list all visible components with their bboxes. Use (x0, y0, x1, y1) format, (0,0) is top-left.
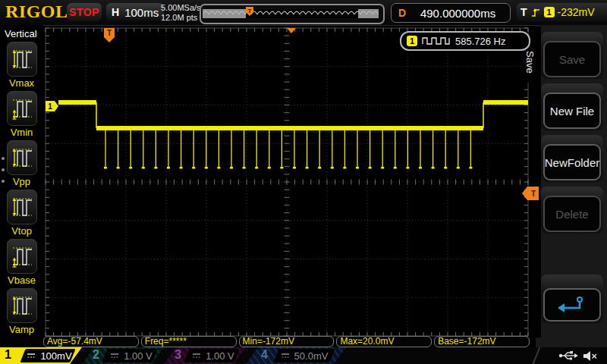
channel-scale: 1.00 V (124, 350, 153, 362)
frequency-counter: 1 585.726 Hz (400, 31, 530, 51)
back-button[interactable] (543, 288, 601, 322)
dc-coupling-icon (192, 353, 201, 359)
vbase-icon (7, 239, 37, 274)
channel-4-tab[interactable]: 4 50.0mV (246, 347, 346, 364)
svg-text:T: T (248, 8, 252, 14)
sidebar-item-label: Vbase (0, 274, 43, 287)
menu-slot: Save (541, 32, 603, 79)
counter-value: 585.726 Hz (455, 36, 506, 47)
new-folder-button[interactable]: NewFolder (543, 144, 601, 180)
vmin-icon (7, 91, 37, 126)
memory-position-bar[interactable]: T (200, 4, 385, 24)
channel-number: 4 (261, 348, 268, 362)
channel-2-tab[interactable]: 2 1.00 V (82, 347, 164, 364)
rigol-logo: RIGOL (5, 2, 68, 22)
trigger-label: T (521, 6, 527, 18)
memory-waveform-preview: T (203, 7, 379, 18)
measurement-readouts: Avg=-57.4mV Freq=***** Min=-172mV Max=20… (43, 336, 530, 347)
return-arrow-icon (557, 295, 587, 315)
memory-depth: 12.0M pts (161, 13, 201, 23)
save-button[interactable]: Save (543, 41, 601, 77)
timebase-readout: H 100ms (106, 3, 164, 21)
channel-number: 3 (175, 348, 181, 362)
vmax-icon (7, 42, 37, 77)
sidebar-item-vbase[interactable]: Vbase (0, 239, 43, 288)
channel-1-tab[interactable]: 1 100mV (0, 347, 82, 364)
sidebar-item-label: Vpp (0, 175, 43, 188)
dc-coupling-icon (27, 353, 36, 359)
menu-slot: Delete (541, 187, 603, 234)
trigger-readout: T 1 -232mV (517, 3, 607, 21)
measurement-max: Max=20.0mV (336, 336, 432, 347)
rising-edge-icon (530, 7, 541, 17)
measurement-min: Min=-172mV (239, 336, 335, 347)
sidebar-item-label: Vamp (0, 323, 43, 336)
measurement-freq: Freq=***** (141, 336, 237, 347)
vpp-icon (7, 140, 37, 175)
channel-3-tab[interactable]: 3 1.00 V (164, 347, 246, 364)
sidebar-item-label: Vmin (0, 126, 43, 139)
sidebar-item-label: Vmax (0, 77, 43, 89)
channel-scale: 1.00 V (206, 350, 234, 362)
timebase-value: 100ms (124, 6, 159, 19)
new-file-button[interactable]: New File (543, 93, 601, 129)
channel-number: 2 (93, 348, 99, 362)
waveform-display: 1TT (43, 27, 541, 337)
channel-scale: 50.0mV (294, 350, 329, 362)
channel-number: 1 (5, 348, 11, 362)
sidebar-scroll-dots (2, 149, 5, 191)
dc-coupling-icon (281, 353, 290, 359)
sidebar-item-vmin[interactable]: Vmin (0, 91, 43, 140)
sidebar-item-vtop[interactable]: Vtop (0, 190, 43, 239)
svg-text:1: 1 (48, 102, 52, 111)
delay-label: D (398, 7, 406, 19)
menu-slot: New File (541, 83, 603, 130)
square-wave-icon (422, 36, 451, 46)
menu-slot (541, 275, 603, 323)
sample-rate: 5.00MSa/s (161, 3, 201, 13)
measurement-avg: Avg=-57.4mV (43, 336, 139, 347)
sidebar-title: Vertical (0, 25, 43, 42)
trigger-level-value: -232mV (558, 6, 595, 18)
channel-scale: 100mV (40, 350, 71, 362)
vamp-icon (7, 288, 37, 323)
speaker-muted-icon (583, 350, 598, 362)
timebase-label: H (112, 6, 119, 18)
usb-icon (558, 350, 578, 361)
sidebar-item-vmax[interactable]: Vmax (0, 42, 43, 91)
menu-slot: NewFolder (541, 135, 603, 182)
svg-text:T: T (531, 190, 536, 198)
trigger-source-badge: 1 (544, 7, 555, 17)
svg-text:T: T (107, 29, 112, 37)
softkey-menu: Save New File NewFolder Delete (536, 25, 607, 347)
channel-status-bar: 1 100mV 2 1.00 V 3 1.00 V 4 50.0mV (0, 347, 607, 364)
measurement-base: Base=-172mV (434, 336, 530, 347)
vtop-icon (7, 190, 37, 224)
top-status-bar: RIGOL STOP H 100ms 5.00MSa/s 12.0M pts T… (0, 0, 607, 26)
sidebar-item-vpp[interactable]: Vpp (0, 140, 43, 190)
delay-readout: D 490.000000ms (391, 3, 511, 23)
sidebar-item-vamp[interactable]: Vamp (0, 288, 43, 337)
acquisition-readout: 5.00MSa/s 12.0M pts (161, 3, 201, 23)
sidebar-item-label: Vtop (0, 224, 43, 237)
run-stop-status[interactable]: STOP (67, 3, 102, 21)
vertical-measure-sidebar: Vertical Vmax Vmin Vpp Vtop Vbase Vamp (0, 25, 43, 347)
status-bar-divider (532, 347, 541, 364)
counter-source-badge: 1 (407, 36, 417, 46)
dc-coupling-icon (110, 353, 119, 359)
delete-button[interactable]: Delete (543, 196, 601, 232)
delay-value: 490.000000ms (406, 7, 510, 20)
